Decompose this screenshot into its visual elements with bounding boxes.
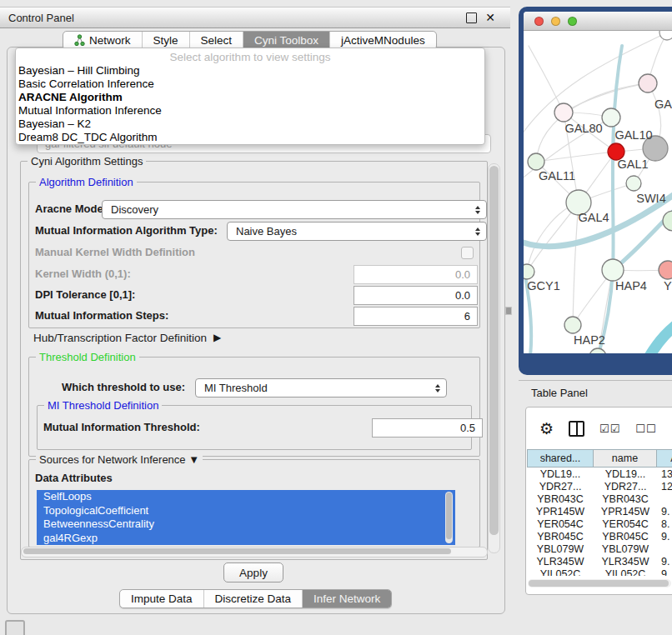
mi-steps-field[interactable]: 6 [354, 307, 478, 326]
network-node[interactable] [663, 211, 672, 231]
sources-title[interactable]: Sources for Network Inference ▼ [36, 453, 203, 466]
pane-splitter-handle[interactable] [505, 307, 512, 315]
table-cell: YPR145W [527, 505, 594, 518]
network-node[interactable] [589, 348, 606, 354]
network-edge[interactable] [649, 317, 672, 354]
table-cell: 8. [657, 518, 672, 530]
gear-icon[interactable]: ⚙ [539, 421, 554, 437]
table-cell: 9. [657, 505, 672, 518]
float-window-icon[interactable] [466, 12, 477, 23]
table-row[interactable]: YBR043CYBR043C [527, 492, 672, 505]
table-row[interactable]: YER054CYER054C8. [527, 518, 672, 530]
tab-jactivemnodules[interactable]: jActiveMNodules [329, 32, 436, 49]
tab-select[interactable]: Select [189, 32, 243, 49]
apply-button[interactable]: Apply [223, 562, 283, 582]
table-row[interactable]: YPR145WYPR145W9. [527, 505, 672, 518]
network-canvas[interactable]: GALGAL80GAL10GAL1GAL11SWI4GAL4GCY1HAP4YH… [524, 31, 672, 354]
network-edge[interactable] [529, 46, 564, 112]
control-panel-title: Control Panel [0, 12, 74, 24]
aracne-mode-label: Aracne Mode: [35, 200, 107, 218]
network-tree-icon [74, 34, 85, 47]
table-row[interactable]: YBR045CYBR045C9. [527, 530, 672, 542]
columns-icon[interactable] [569, 421, 584, 437]
attribute-item[interactable]: SelfLoops [37, 490, 455, 504]
mi-algorithm-type-combo[interactable]: Naive Bayes [227, 222, 487, 241]
attributes-list-scrollbar[interactable] [445, 492, 453, 543]
attribute-item[interactable]: BetweennessCentrality [37, 518, 455, 532]
network-node[interactable] [554, 103, 573, 122]
network-node-label: Y [664, 279, 672, 292]
tab-infer-network[interactable]: Infer Network [302, 590, 391, 608]
stepper-icon [435, 384, 440, 392]
tab-cyni-toolbox[interactable]: Cyni Toolbox [243, 32, 329, 49]
settings-vertical-scrollbar[interactable] [488, 163, 500, 553]
network-node[interactable] [626, 176, 641, 191]
algorithm-option[interactable]: Basic Correlation Inference [16, 78, 484, 91]
network-edge[interactable] [536, 152, 616, 162]
network-edge[interactable] [564, 83, 648, 112]
mac-zoom-button[interactable] [568, 17, 577, 26]
mi-steps-label: Mutual Information Steps: [35, 307, 168, 324]
network-node[interactable] [602, 108, 620, 127]
attribute-item[interactable]: TopologicalCoefficient [37, 504, 455, 518]
tab-impute-data[interactable]: Impute Data [120, 590, 203, 608]
network-node[interactable] [602, 259, 624, 281]
hub-definition-expander[interactable]: Hub/Transcription Factor Definition ▶ [33, 330, 221, 345]
network-edge[interactable] [613, 198, 672, 270]
table-cell: YBR043C [594, 492, 657, 505]
attribute-item[interactable]: gal4RGexp [37, 532, 455, 546]
kernel-width-label: Kernel Width (0,1): [35, 265, 131, 282]
table-row[interactable]: YBL079WYBL079W [527, 542, 672, 555]
algorithm-option[interactable]: Bayesian – Hill Climbing [16, 64, 484, 78]
network-view-window[interactable]: GALGAL80GAL10GAL1GAL11SWI4GAL4GCY1HAP4YH… [519, 7, 672, 375]
table-row[interactable]: YIL052CYIL052C9. [527, 568, 672, 576]
table-cell: YDR27... [527, 480, 594, 492]
network-graph[interactable]: GALGAL80GAL10GAL1GAL11SWI4GAL4GCY1HAP4YH… [524, 31, 672, 354]
mi-threshold-field[interactable]: 0.5 [372, 418, 483, 438]
mac-minimize-button[interactable] [551, 17, 560, 26]
table-header-row: shared...nameA [527, 449, 672, 468]
table-cell: YPR145W [594, 505, 657, 518]
data-attributes-list[interactable]: SelfLoopsTopologicalCoefficientBetweenne… [37, 490, 455, 545]
table-cell: 13 [657, 468, 672, 480]
network-node-label: GAL1 [617, 158, 648, 171]
mac-close-button[interactable] [534, 17, 544, 26]
deselect-all-checkboxes-icon[interactable]: ☐☐ [635, 422, 656, 435]
table-cell [657, 492, 672, 505]
kernel-width-field[interactable]: 0.0 [354, 265, 478, 284]
algorithm-option[interactable]: ARACNE Algorithm [16, 91, 484, 104]
network-node[interactable] [639, 74, 657, 92]
network-node[interactable] [524, 264, 534, 279]
network-window-titlebar[interactable] [524, 12, 672, 31]
network-node[interactable] [564, 317, 581, 333]
table-horizontal-scrollbar[interactable] [528, 579, 671, 588]
algorithm-option[interactable]: Mutual Information Inference [16, 104, 484, 118]
which-threshold-combo[interactable]: MI Threshold [195, 378, 447, 398]
table-row[interactable]: YLR345WYLR345W9. [527, 555, 672, 568]
table-column-header[interactable]: A [657, 449, 672, 468]
manual-kernel-checkbox[interactable] [461, 247, 474, 259]
network-node[interactable] [528, 153, 544, 170]
select-all-checkboxes-icon[interactable]: ☑☑ [599, 422, 620, 435]
network-node[interactable] [659, 31, 672, 40]
table-cell: YIL052C [594, 568, 657, 576]
dpi-tolerance-field[interactable]: 0.0 [354, 286, 478, 305]
table-row[interactable]: YDL19...YDL19...13 [527, 468, 672, 480]
tab-discretize-data[interactable]: Discretize Data [203, 590, 303, 608]
tab-network[interactable]: Network [63, 32, 142, 49]
network-node[interactable] [659, 261, 672, 279]
close-icon[interactable]: ✕ [485, 12, 495, 23]
minimized-panel-icon[interactable] [5, 620, 25, 635]
algorithm-option[interactable]: Bayesian – K2 [16, 118, 484, 131]
table-row[interactable]: YDR27...YDR27...12 [527, 480, 672, 492]
aracne-mode-combo[interactable]: Discovery [102, 200, 487, 219]
table-column-header[interactable]: shared... [527, 449, 594, 468]
tab-style[interactable]: Style [142, 32, 189, 49]
algorithm-dropdown-popup: Select algorithm to view settings Bayesi… [15, 48, 485, 145]
settings-horizontal-scrollbar[interactable] [21, 547, 488, 558]
table-column-header[interactable]: name [594, 449, 657, 468]
algorithm-definition-title: Algorithm Definition [36, 176, 137, 188]
table-panel-titlebar: Table Panel [519, 380, 672, 404]
table-cell: 9. [657, 530, 672, 542]
algorithm-option[interactable]: Dream8 DC_TDC Algorithm [16, 131, 484, 144]
